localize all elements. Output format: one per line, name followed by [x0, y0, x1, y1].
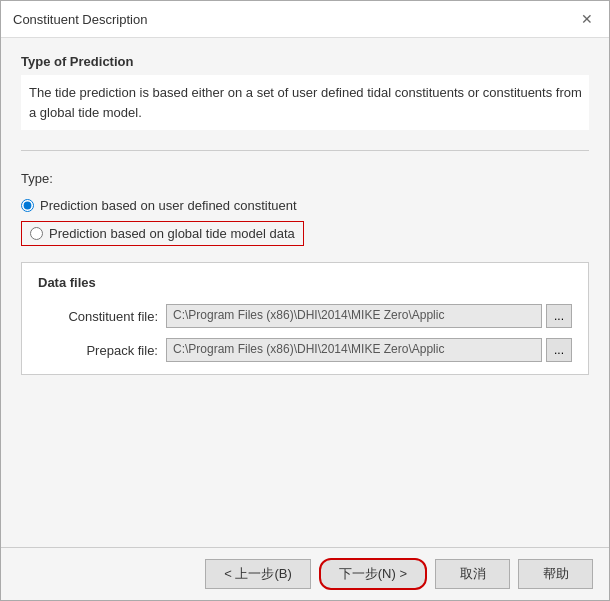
- type-section: Type: Prediction based on user defined c…: [21, 171, 589, 246]
- dialog-content: Type of Prediction The tide prediction i…: [1, 38, 609, 547]
- constituent-browse-button[interactable]: ...: [546, 304, 572, 328]
- description-box: The tide prediction is based either on a…: [21, 75, 589, 130]
- radio-option-global[interactable]: Prediction based on global tide model da…: [30, 226, 295, 241]
- prepack-file-input: C:\Program Files (x86)\DHI\2014\MIKE Zer…: [166, 338, 542, 362]
- radio-user-defined[interactable]: [21, 199, 34, 212]
- back-button[interactable]: < 上一步(B): [205, 559, 311, 589]
- title-bar: Constituent Description ✕: [1, 1, 609, 38]
- type-of-prediction-section: Type of Prediction The tide prediction i…: [21, 54, 589, 130]
- prepack-file-label: Prepack file:: [38, 343, 158, 358]
- prepack-file-input-wrap: C:\Program Files (x86)\DHI\2014\MIKE Zer…: [166, 338, 572, 362]
- radio-option2-label: Prediction based on global tide model da…: [49, 226, 295, 241]
- next-button[interactable]: 下一步(N) >: [319, 558, 427, 590]
- radio-option-global-highlighted: Prediction based on global tide model da…: [21, 221, 304, 246]
- radio-global[interactable]: [30, 227, 43, 240]
- data-files-section: Data files Constituent file: C:\Program …: [21, 262, 589, 375]
- divider: [21, 150, 589, 151]
- constituent-file-row: Constituent file: C:\Program Files (x86)…: [38, 304, 572, 328]
- dialog-title: Constituent Description: [13, 12, 147, 27]
- cancel-button[interactable]: 取消: [435, 559, 510, 589]
- prepack-file-row: Prepack file: C:\Program Files (x86)\DHI…: [38, 338, 572, 362]
- description-text: The tide prediction is based either on a…: [29, 85, 582, 120]
- constituent-file-input-wrap: C:\Program Files (x86)\DHI\2014\MIKE Zer…: [166, 304, 572, 328]
- close-button[interactable]: ✕: [577, 9, 597, 29]
- prepack-browse-button[interactable]: ...: [546, 338, 572, 362]
- data-files-title: Data files: [38, 275, 572, 290]
- type-label: Type:: [21, 171, 589, 186]
- help-button[interactable]: 帮助: [518, 559, 593, 589]
- constituent-file-input: C:\Program Files (x86)\DHI\2014\MIKE Zer…: [166, 304, 542, 328]
- type-of-prediction-title: Type of Prediction: [21, 54, 589, 69]
- constituent-file-label: Constituent file:: [38, 309, 158, 324]
- dialog-window: Constituent Description ✕ Type of Predic…: [0, 0, 610, 601]
- footer: < 上一步(B) 下一步(N) > 取消 帮助: [1, 547, 609, 600]
- radio-option1-label: Prediction based on user defined constit…: [40, 198, 297, 213]
- spacer: [21, 391, 589, 531]
- radio-option-user-defined[interactable]: Prediction based on user defined constit…: [21, 198, 589, 213]
